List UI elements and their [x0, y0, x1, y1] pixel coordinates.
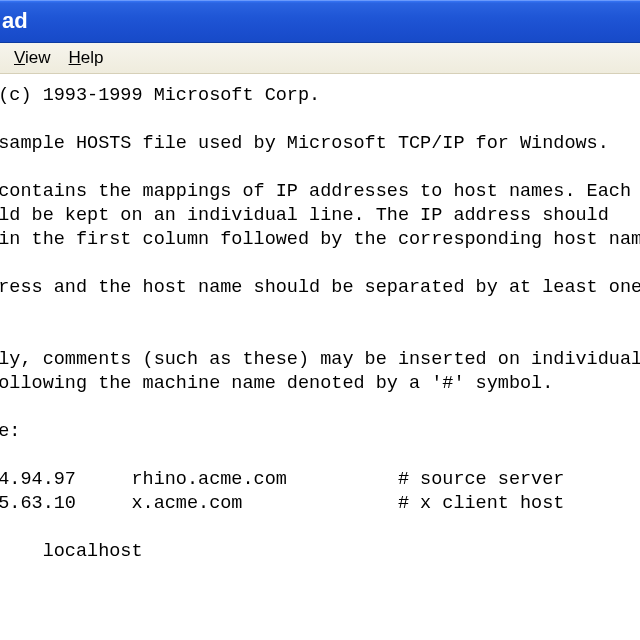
- notepad-window: ad View Help # Copyright (c) 1993-1999 M…: [0, 0, 640, 640]
- window-title: ad: [2, 8, 28, 34]
- menubar: View Help: [0, 43, 640, 74]
- text-area[interactable]: # Copyright (c) 1993-1999 Microsoft Corp…: [0, 74, 640, 640]
- menu-help-underline: H: [69, 48, 81, 67]
- menu-view-underline: V: [14, 48, 25, 67]
- menu-view-rest: iew: [25, 48, 51, 67]
- menu-help[interactable]: Help: [63, 46, 112, 70]
- titlebar[interactable]: ad: [0, 0, 640, 43]
- menu-help-rest: elp: [81, 48, 104, 67]
- menu-view[interactable]: View: [8, 46, 59, 70]
